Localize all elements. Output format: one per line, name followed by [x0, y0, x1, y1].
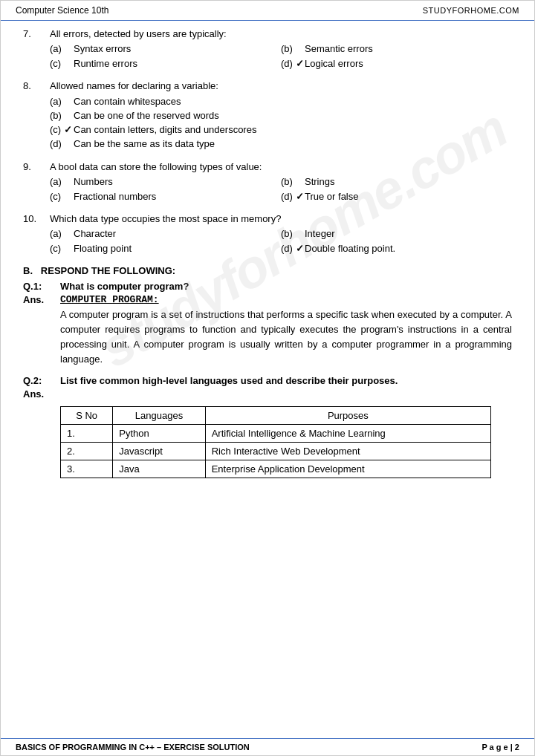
q7-option-a: (a) Syntax errors — [50, 42, 281, 55]
q10-opt-d-label: (d) ✓ — [281, 243, 305, 254]
row2-lang: Javascript — [113, 442, 205, 460]
row3-lang: Java — [113, 460, 205, 478]
q2-label: Q.2: — [23, 375, 60, 386]
q7-option-b: (b) Semantic errors — [281, 42, 512, 55]
q7-opt-c-text: Runtime errors — [74, 58, 281, 69]
q9-text: A bool data can store the following type… — [50, 161, 512, 172]
q8-option-b: (b) Can be one of the reserved words — [50, 108, 512, 123]
q9-opt-d-label: (d) ✓ — [281, 191, 305, 202]
col-sno: S No — [61, 406, 113, 424]
row2-sno: 2. — [61, 442, 113, 460]
q8-text: Allowed names for declaring a variable: — [50, 80, 512, 91]
q10-opt-b-text: Integer — [305, 228, 512, 239]
q9-opt-b-text: Strings — [305, 176, 512, 187]
header-title: Computer Science 10th — [16, 5, 108, 16]
footer-left-text: BASICS OF PROGRAMMING IN C++ – EXERCISE … — [16, 743, 250, 752]
q10-opt-c-text: Floating point — [74, 243, 281, 254]
languages-table: S No Languages Purposes 1. Python Artifi… — [60, 406, 491, 478]
section-b-label: B. — [23, 265, 33, 276]
q10-opt-c-label: (c) — [50, 243, 74, 254]
q8-opt-a-label: (a) — [50, 96, 74, 107]
q10-option-a: (a) Character — [50, 227, 281, 240]
qa-block-2: Q.2: List five common high-level languag… — [23, 375, 512, 478]
q9-opt-c-text: Fractional numbers — [74, 191, 281, 202]
table-row: 1. Python Artificial Intelligence & Mach… — [61, 424, 491, 442]
q8-opt-b-label: (b) — [50, 110, 74, 121]
q1-ans-row: Ans. COMPUTER PROGRAM: — [23, 294, 512, 305]
row3-purpose: Enterprise Application Development — [205, 460, 490, 478]
row1-purpose: Artificial Intelligence & Machine Learni… — [205, 424, 490, 442]
row1-lang: Python — [113, 424, 205, 442]
q2-ans-row: Ans. — [23, 388, 512, 403]
main-content: 7. All errors, detected by users are typ… — [1, 21, 534, 738]
q8-opt-a-text: Can contain whitespaces — [74, 96, 512, 107]
col-purposes: Purposes — [205, 406, 490, 424]
q7-opt-c-label: (c) — [50, 58, 74, 69]
q10-option-b: (b) Integer — [281, 227, 512, 240]
question-9: 9. A bool data can store the following t… — [23, 161, 512, 203]
q8-opt-c-label: (c) ✓ — [50, 124, 74, 135]
q10-opt-d-text: Double floating point. — [305, 243, 512, 254]
q9-option-c: (c) Fractional numbers — [50, 190, 281, 203]
q7-opt-a-text: Syntax errors — [74, 43, 281, 54]
section-b-header: B. RESPOND THE FOLLOWING: — [23, 265, 512, 276]
q10-opt-a-label: (a) — [50, 228, 74, 239]
q7-opt-b-text: Semantic errors — [305, 43, 512, 54]
table-row: 3. Java Enterprise Application Developme… — [61, 460, 491, 478]
q9-options: (a) Numbers (b) Strings (c) Fractional n… — [50, 175, 512, 203]
q10-options: (a) Character (b) Integer (c) Floating p… — [50, 227, 512, 255]
q10-option-d: (d) ✓ Double floating point. — [281, 242, 512, 255]
section-b-heading: RESPOND THE FOLLOWING: — [41, 265, 175, 276]
q8-option-a: (a) Can contain whitespaces — [50, 94, 512, 108]
q8-opt-c-text: Can contain letters, digits and undersco… — [74, 124, 512, 135]
header-website: STUDYFORHOME.COM — [423, 6, 519, 15]
question-8: 8. Allowed names for declaring a variabl… — [23, 80, 512, 151]
page-header: Computer Science 10th STUDYFORHOME.COM — [1, 1, 534, 21]
q2-ans-label: Ans. — [23, 388, 60, 400]
q7-opt-d-text: Logical errors — [305, 58, 512, 69]
q8-opt-b-text: Can be one of the reserved words — [74, 110, 512, 121]
q10-opt-b-label: (b) — [281, 228, 305, 239]
row1-sno: 1. — [61, 424, 113, 442]
col-languages: Languages — [113, 406, 205, 424]
q9-opt-d-text: True or false — [305, 191, 512, 202]
row3-sno: 3. — [61, 460, 113, 478]
table-header-row: S No Languages Purposes — [61, 406, 491, 424]
q9-number: 9. — [23, 161, 50, 172]
q1-ans-para: A computer program is a set of instructi… — [60, 307, 512, 368]
q8-options: (a) Can contain whitespaces (b) Can be o… — [50, 94, 512, 151]
q8-option-d: (d) Can be the same as its data type — [50, 137, 512, 151]
q1-question-row: Q.1: What is computer program? — [23, 281, 512, 292]
q1-ans-label: Ans. — [23, 294, 60, 305]
q10-option-c: (c) Floating point — [50, 242, 281, 255]
qa-block-1: Q.1: What is computer program? Ans. COMP… — [23, 281, 512, 368]
q7-opt-a-label: (a) — [50, 43, 74, 54]
question-7: 7. All errors, detected by users are typ… — [23, 28, 512, 70]
q8-opt-d-text: Can be the same as its data type — [74, 138, 512, 149]
q2-question-row: Q.2: List five common high-level languag… — [23, 375, 512, 386]
q1-question-text: What is computer program? — [60, 281, 189, 292]
q9-option-d: (d) ✓ True or false — [281, 190, 512, 203]
q10-opt-a-text: Character — [74, 228, 281, 239]
q2-question-text: List five common high-level languages us… — [60, 375, 398, 386]
q8-opt-d-label: (d) — [50, 138, 74, 149]
q9-opt-a-text: Numbers — [74, 176, 281, 187]
q9-option-b: (b) Strings — [281, 175, 512, 188]
q7-opt-b-label: (b) — [281, 43, 305, 54]
q7-option-c: (c) Runtime errors — [50, 57, 281, 70]
q8-option-c: (c) ✓ Can contain letters, digits and un… — [50, 123, 512, 137]
q1-label: Q.1: — [23, 281, 60, 292]
q7-options: (a) Syntax errors (b) Semantic errors (c… — [50, 42, 512, 70]
q1-ans-heading: COMPUTER PROGRAM: — [60, 294, 159, 305]
q7-text: All errors, detected by users are typica… — [50, 28, 512, 39]
row2-purpose: Rich Interactive Web Development — [205, 442, 490, 460]
q7-opt-d-label: (d) ✓ — [281, 58, 305, 69]
page-footer: BASICS OF PROGRAMMING IN C++ – EXERCISE … — [1, 738, 534, 755]
q9-option-a: (a) Numbers — [50, 175, 281, 188]
q9-opt-b-label: (b) — [281, 176, 305, 187]
question-10: 10. Which data type occupies the most sp… — [23, 213, 512, 255]
q10-text: Which data type occupies the most space … — [50, 213, 512, 224]
q7-option-d: (d) ✓ Logical errors — [281, 57, 512, 70]
q7-number: 7. — [23, 28, 50, 39]
footer-page-label: P a g e | 2 — [482, 743, 519, 752]
